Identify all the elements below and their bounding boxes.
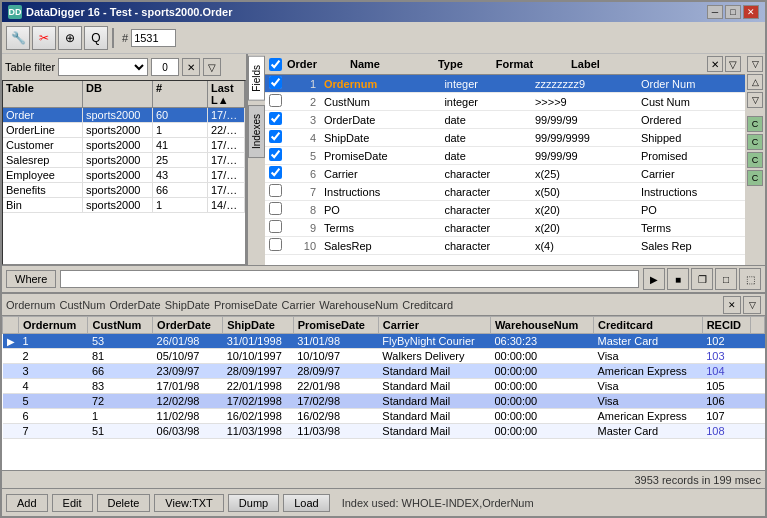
side-green4-btn[interactable]: C [747,170,763,186]
side-green3-btn[interactable]: C [747,152,763,168]
grid-filter-btn[interactable]: ▽ [743,296,761,314]
grid-col-promisedate: PromiseDate [214,299,278,311]
field-checkbox[interactable] [269,94,282,107]
select-all-checkbox[interactable] [269,58,282,71]
run-play-button[interactable]: ▶ [643,268,665,290]
tool-help-icon[interactable]: ⊕ [58,26,82,50]
cell-creditcard: American Express [594,409,703,424]
minimize-button[interactable]: ─ [707,5,723,19]
field-checkbox-cell[interactable] [265,147,286,165]
table-row[interactable]: Customer sports2000 41 17/03/2... [3,138,245,153]
field-checkbox-cell[interactable] [265,183,286,201]
record-number: # [122,29,176,47]
tool-scissors-icon[interactable]: ✂ [32,26,56,50]
field-type: character [440,165,531,183]
cell-shipdate: 16/02/1998 [223,409,293,424]
table-list-container[interactable]: Table DB # Last L▲ Order sports2000 60 1… [2,80,246,265]
table-row[interactable]: Employee sports2000 43 17/02/2... [3,168,245,183]
field-row[interactable]: 9 Terms character x(20) Terms [265,219,745,237]
field-checkbox[interactable] [269,202,282,215]
side-green2-btn[interactable]: C [747,134,763,150]
field-checkbox[interactable] [269,220,282,233]
field-row[interactable]: 2 CustNum integer >>>>9 Cust Num [265,93,745,111]
field-name: ShipDate [320,129,440,147]
field-row[interactable]: 4 ShipDate date 99/99/9999 Shipped [265,129,745,147]
field-checkbox[interactable] [269,166,282,179]
field-row[interactable]: 7 Instructions character x(50) Instructi… [265,183,745,201]
table-filter-dropdown[interactable] [58,58,148,76]
field-checkbox-cell[interactable] [265,75,286,93]
data-row[interactable]: 6 1 11/02/98 16/02/1998 16/02/98 Standar… [3,409,765,424]
data-row[interactable]: 7 51 06/03/98 11/03/1998 11/03/98 Standa… [3,424,765,439]
field-row[interactable]: 5 PromiseDate date 99/99/99 Promised [265,147,745,165]
dump-button[interactable]: Dump [228,494,279,512]
filter-clear-button[interactable]: ✕ [182,58,200,76]
fields-table-container[interactable]: 1 Ordernum integer zzzzzzzz9 Order Num 2… [265,75,745,265]
run-blank2-button[interactable]: ⬚ [739,268,761,290]
side-up-btn[interactable]: △ [747,74,763,90]
maximize-button[interactable]: □ [725,5,741,19]
where-button[interactable]: Where [6,270,56,288]
field-checkbox[interactable] [269,184,282,197]
field-row[interactable]: 6 Carrier character x(25) Carrier [265,165,745,183]
field-type: integer [440,93,531,111]
run-copy-button[interactable]: ❐ [691,268,713,290]
filter-apply-button[interactable]: ▽ [203,58,221,76]
field-row[interactable]: 10 SalesRep character x(4) Sales Rep [265,237,745,255]
field-checkbox[interactable] [269,238,282,251]
view-txt-button[interactable]: View:TXT [154,494,223,512]
field-checkbox[interactable] [269,112,282,125]
col-ordernum: Ordernum [19,317,88,334]
field-checkbox-cell[interactable] [265,111,286,129]
field-row[interactable]: 3 OrderDate date 99/99/99 Ordered [265,111,745,129]
tab-fields[interactable]: Fields [248,56,265,101]
cell-ordernum: 1 [19,334,88,349]
data-row[interactable]: ▶ 1 53 26/01/98 31/01/1998 31/01/98 FlyB… [3,334,765,349]
toolbar-separator [112,28,114,48]
edit-button[interactable]: Edit [52,494,93,512]
cell-warehousenum: 00:00:00 [490,394,593,409]
data-row[interactable]: 3 66 23/09/97 28/09/1997 28/09/97 Standa… [3,364,765,379]
field-row[interactable]: 1 Ordernum integer zzzzzzzz9 Order Num [265,75,745,93]
fields-filter-btn[interactable]: ▽ [725,56,741,72]
load-button[interactable]: Load [283,494,329,512]
field-checkbox-cell[interactable] [265,129,286,147]
field-checkbox[interactable] [269,130,282,143]
table-row[interactable]: OrderLine sports2000 1 22/02/2... [3,123,245,138]
data-row[interactable]: 2 81 05/10/97 10/10/1997 10/10/97 Walker… [3,349,765,364]
field-checkbox[interactable] [269,148,282,161]
delete-button[interactable]: Delete [97,494,151,512]
data-row[interactable]: 5 72 12/02/98 17/02/1998 17/02/98 Standa… [3,394,765,409]
table-row[interactable]: Benefits sports2000 66 17/02/2... [3,183,245,198]
cell-warehousenum: 00:00:00 [490,364,593,379]
tab-indexes[interactable]: Indexes [248,105,265,158]
add-button[interactable]: Add [6,494,48,512]
data-row[interactable]: 4 83 17/01/98 22/01/1998 22/01/98 Standa… [3,379,765,394]
run-blank1-button[interactable]: □ [715,268,737,290]
filter-count-input[interactable] [151,58,179,76]
tool-search-icon[interactable]: Q [84,26,108,50]
field-checkbox-cell[interactable] [265,237,286,255]
fields-close-btn[interactable]: ✕ [707,56,723,72]
field-checkbox-cell[interactable] [265,219,286,237]
table-row[interactable]: Bin sports2000 1 14/02/2... [3,198,245,213]
field-checkbox-cell[interactable] [265,93,286,111]
where-input[interactable] [60,270,639,288]
field-checkbox-cell[interactable] [265,201,286,219]
table-row[interactable]: Order sports2000 60 17/03/2... [3,108,245,123]
table-row[interactable]: Salesrep sports2000 25 17/02/2... [3,153,245,168]
grid-close-btn[interactable]: ✕ [723,296,741,314]
field-checkbox[interactable] [269,76,282,89]
field-checkbox-cell[interactable] [265,165,286,183]
side-filter-btn[interactable]: ▽ [747,56,763,72]
data-table-container[interactable]: Ordernum CustNum OrderDate ShipDate Prom… [2,316,765,470]
field-row[interactable]: 8 PO character x(20) PO [265,201,745,219]
close-button[interactable]: ✕ [743,5,759,19]
toolbar: 🔧 ✂ ⊕ Q # [2,22,765,54]
tool-wrench-icon[interactable]: 🔧 [6,26,30,50]
record-input[interactable] [131,29,176,47]
table-last: 17/03/2... [208,108,245,122]
side-green1-btn[interactable]: C [747,116,763,132]
run-stop-button[interactable]: ■ [667,268,689,290]
side-down-btn[interactable]: ▽ [747,92,763,108]
